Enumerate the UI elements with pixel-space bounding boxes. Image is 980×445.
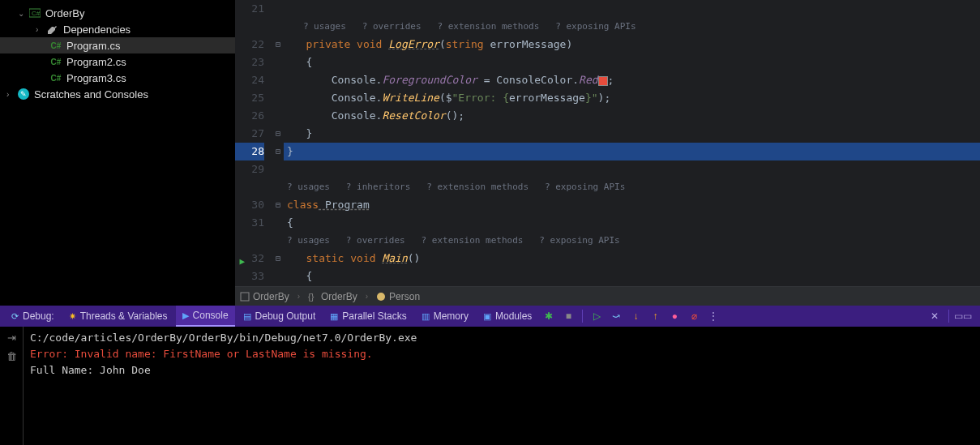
line-number-active[interactable]: 28	[235, 143, 264, 160]
step-over-button[interactable]: ⤻	[607, 307, 625, 325]
tab-modules[interactable]: ▣ Modules	[477, 306, 538, 327]
project-name-label: OrderBy	[45, 7, 84, 19]
stacks-icon: ▦	[330, 311, 338, 322]
fold-icon[interactable]: ⊟	[272, 196, 284, 214]
csharp-file-icon: C#	[50, 40, 62, 51]
code-container[interactable]: 21 22 23 24 25 26 27 28 29 30 31 ▶32 33	[235, 0, 980, 286]
csharp-project-icon: C#	[29, 7, 41, 19]
separator	[948, 310, 949, 323]
code-line[interactable]: {	[284, 53, 980, 71]
breadcrumb-item[interactable]: {} OrderBy	[308, 291, 357, 302]
fold-icon[interactable]: ⊟	[272, 36, 284, 53]
code-line[interactable]: Console.WriteLine($"Error: {errorMessage…	[284, 89, 980, 107]
tree-scratches[interactable]: › ✎ Scratches and Consoles	[0, 86, 235, 102]
debug-toolbar: ⟳ Debug: ✷ Threads & Variables ▶ Console…	[0, 306, 980, 327]
more-button[interactable]: ⋮	[704, 307, 722, 325]
code-line[interactable]: }	[284, 125, 980, 143]
console-line: C:/code/articles/OrderBy/OrderBy/bin/Deb…	[30, 330, 974, 346]
fold-icon[interactable]: ⊟	[272, 125, 284, 143]
tree-project-root[interactable]: ⌄ C# OrderBy	[0, 5, 235, 21]
code-hints[interactable]: ? usages ? inheritors ? extension method…	[284, 178, 980, 196]
tree-file-program2[interactable]: C# Program2.cs	[0, 53, 235, 70]
code-line[interactable]: {	[284, 267, 980, 285]
line-number[interactable]: 25	[235, 89, 264, 107]
breakpoint-button[interactable]: ●	[665, 307, 683, 325]
svg-text:C#: C#	[32, 10, 41, 17]
code-line[interactable]: class Program	[284, 196, 980, 214]
close-button[interactable]: ✕	[926, 307, 944, 325]
modules-icon: ▣	[483, 311, 491, 322]
svg-rect-2	[241, 293, 249, 301]
line-number[interactable]: ▶32	[235, 250, 264, 267]
code-hints[interactable]: ? usages ? overrides ? extension methods…	[284, 232, 980, 250]
breadcrumb-label: Person	[389, 291, 420, 302]
chevron-down-icon: ⌄	[18, 9, 29, 18]
separator	[582, 310, 583, 323]
line-number[interactable]: 24	[235, 71, 264, 89]
breadcrumb-item[interactable]: OrderBy	[240, 291, 289, 302]
step-into-button[interactable]: ↓	[627, 307, 644, 325]
tab-threads[interactable]: ✷ Threads & Variables	[62, 306, 174, 327]
code-lines[interactable]: ? usages ? overrides ? extension methods…	[284, 0, 980, 286]
csharp-file-icon: C#	[50, 56, 62, 67]
code-line[interactable]: static void Main()	[284, 250, 980, 267]
fold-icon[interactable]: ⊟	[272, 143, 284, 160]
resume-button[interactable]: ▷	[588, 307, 606, 325]
tab-debug-output[interactable]: ▤ Debug Output	[237, 306, 323, 327]
stop-button[interactable]: ■	[559, 307, 577, 325]
tab-console[interactable]: ▶ Console	[176, 306, 235, 327]
code-line[interactable]: Console.ResetColor();	[284, 107, 980, 125]
tree-file-program[interactable]: C# Program.cs	[0, 37, 235, 53]
line-number[interactable]: 23	[235, 53, 264, 71]
editor-area: 21 22 23 24 25 26 27 28 29 30 31 ▶32 33	[235, 0, 980, 306]
threads-icon: ✷	[69, 311, 76, 322]
console-content[interactable]: C:/code/articles/OrderBy/OrderBy/bin/Deb…	[23, 327, 980, 445]
tab-label: Modules	[495, 310, 532, 322]
tab-parallel-stacks[interactable]: ▦ Parallel Stacks	[323, 306, 413, 327]
tab-memory[interactable]: ▥ Memory	[415, 306, 475, 327]
file-label: Program.cs	[66, 40, 120, 52]
step-out-button[interactable]: ↑	[646, 307, 664, 325]
line-number[interactable]: 27	[235, 125, 264, 143]
code-hints[interactable]: ? usages ? overrides ? extension methods…	[284, 18, 980, 36]
line-number[interactable]: 29	[235, 160, 264, 178]
fold-icon[interactable]: ⊟	[272, 250, 284, 267]
debug-label[interactable]: ⟳ Debug:	[5, 306, 61, 327]
csharp-file-icon: C#	[50, 72, 62, 83]
tab-label: Threads & Variables	[80, 310, 168, 322]
debug-label-text: Debug:	[23, 310, 54, 322]
soft-wrap-button[interactable]: ⇥	[7, 332, 16, 344]
breadcrumb-label: OrderBy	[253, 291, 289, 302]
line-number[interactable]: 26	[235, 107, 264, 125]
console-line-error: Error: Invalid name: FirstName or LastNa…	[30, 346, 974, 362]
code-line[interactable]: {	[284, 214, 980, 232]
chevron-right-icon: ›	[366, 292, 368, 301]
namespace-icon	[240, 292, 250, 302]
line-number[interactable]: 31	[235, 214, 264, 232]
tab-label: Console	[193, 310, 229, 321]
tree-file-program3[interactable]: C# Program3.cs	[0, 70, 235, 86]
code-line[interactable]: Console.ForegroundColor = ConsoleColor.R…	[284, 71, 980, 89]
line-number[interactable]: 30	[235, 196, 264, 214]
code-line-highlighted[interactable]: }	[284, 143, 980, 160]
bug-icon[interactable]: ✱	[540, 307, 558, 325]
output-icon: ▤	[243, 311, 251, 322]
code-line[interactable]: private void LogError(string errorMessag…	[284, 36, 980, 53]
scratches-label: Scratches and Consoles	[34, 88, 148, 101]
braces-icon: {}	[308, 292, 318, 302]
file-label: Program3.cs	[66, 72, 126, 84]
trash-button[interactable]: 🗑	[6, 350, 17, 362]
scratches-icon: ✎	[18, 88, 29, 100]
layout-button[interactable]: ▭▭	[954, 307, 972, 325]
breadcrumb-item[interactable]: Person	[376, 291, 420, 302]
memory-icon: ▥	[422, 311, 430, 322]
console-area: ⇥ 🗑 C:/code/articles/OrderBy/OrderBy/bin…	[0, 327, 980, 445]
chevron-right-icon: ›	[6, 90, 18, 99]
tab-label: Debug Output	[255, 310, 316, 322]
line-number[interactable]: 22	[235, 36, 264, 53]
tree-dependencies[interactable]: › Dependencies	[0, 21, 235, 37]
line-number[interactable]: 21	[235, 0, 264, 18]
mute-breakpoints-button[interactable]: ⌀	[685, 307, 703, 325]
line-number[interactable]: 33	[235, 267, 264, 285]
class-icon	[376, 292, 386, 302]
